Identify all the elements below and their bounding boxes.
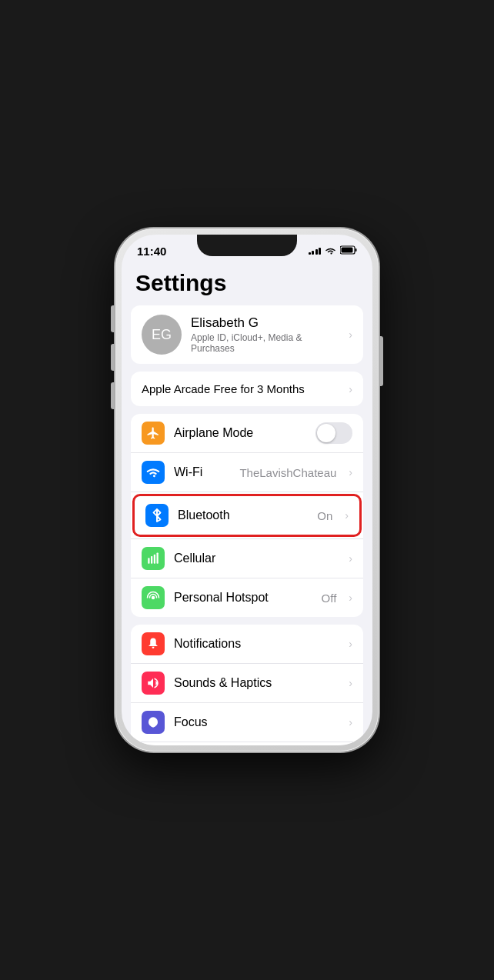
sounds-icon — [142, 672, 165, 695]
svg-rect-8 — [151, 556, 152, 564]
notifications-row[interactable]: Notifications › — [131, 625, 363, 663]
hotspot-label: Personal Hotspot — [174, 591, 312, 605]
cellular-icon — [142, 547, 165, 570]
svg-rect-2 — [342, 248, 353, 253]
svg-point-11 — [152, 596, 155, 600]
notifications-chevron: › — [349, 638, 352, 650]
cellular-chevron: › — [349, 552, 352, 565]
notifications-section[interactable]: Notifications › Sounds & Haptics › — [131, 625, 363, 745]
wifi-chevron: › — [349, 466, 352, 478]
bluetooth-container[interactable]: Bluetooth On › — [131, 492, 363, 537]
cellular-label: Cellular — [174, 552, 339, 565]
arcade-section[interactable]: Apple Arcade Free for 3 Months › — [131, 372, 363, 406]
page-title: Settings — [122, 264, 372, 305]
svg-rect-1 — [355, 248, 357, 252]
cellular-row[interactable]: Cellular › — [131, 538, 363, 578]
airplane-mode-row[interactable]: Airplane Mode — [131, 414, 363, 452]
arcade-label: Apple Arcade Free for 3 Months — [142, 382, 305, 395]
arcade-row[interactable]: Apple Arcade Free for 3 Months › — [131, 372, 363, 406]
phone-screen: 11:40 — [122, 235, 372, 745]
airplane-mode-toggle[interactable] — [315, 422, 352, 444]
bluetooth-label: Bluetooth — [178, 508, 308, 522]
svg-rect-9 — [154, 555, 155, 564]
personal-hotspot-row[interactable]: Personal Hotspot Off › — [131, 578, 363, 617]
profile-row[interactable]: EG Elisabeth G Apple ID, iCloud+, Media … — [131, 305, 363, 364]
hotspot-chevron: › — [349, 592, 352, 604]
wifi-icon — [325, 245, 336, 257]
svg-rect-7 — [148, 558, 149, 564]
profile-info: Elisabeth G Apple ID, iCloud+, Media & P… — [191, 315, 339, 354]
bluetooth-chevron: › — [345, 509, 349, 522]
focus-chevron: › — [349, 716, 352, 728]
avatar: EG — [142, 315, 182, 355]
notch — [197, 235, 297, 256]
bluetooth-icon — [145, 504, 169, 527]
profile-subtitle: Apple ID, iCloud+, Media & Purchases — [191, 332, 339, 354]
notifications-icon — [142, 632, 165, 655]
phone-frame: 11:40 — [115, 228, 379, 752]
hotspot-value: Off — [322, 592, 337, 605]
wifi-value: TheLavishChateau — [239, 466, 336, 479]
bluetooth-value: On — [317, 509, 332, 522]
hotspot-icon — [142, 586, 165, 609]
profile-chevron: › — [349, 328, 352, 341]
wifi-setting-icon — [142, 461, 165, 484]
focus-icon — [142, 711, 165, 734]
signal-icon — [309, 248, 322, 255]
profile-section[interactable]: EG Elisabeth G Apple ID, iCloud+, Media … — [131, 305, 363, 364]
wifi-row[interactable]: Wi-Fi TheLavishChateau › — [131, 452, 363, 492]
status-time: 11:40 — [137, 245, 166, 258]
wifi-label: Wi-Fi — [174, 465, 230, 479]
status-icons — [309, 244, 358, 258]
sounds-haptics-row[interactable]: Sounds & Haptics › — [131, 663, 363, 702]
bluetooth-row[interactable]: Bluetooth On › — [135, 496, 359, 535]
svg-rect-10 — [157, 553, 159, 564]
connectivity-section[interactable]: Airplane Mode Wi-Fi TheL — [131, 414, 363, 617]
sounds-haptics-label: Sounds & Haptics — [174, 676, 339, 690]
screen-time-row[interactable]: Screen Time › — [131, 742, 363, 745]
focus-row[interactable]: Focus › — [131, 702, 363, 742]
airplane-mode-label: Airplane Mode — [174, 426, 306, 440]
focus-label: Focus — [174, 715, 339, 729]
airplane-mode-toggle-knob — [317, 424, 335, 442]
screen-content[interactable]: Settings EG Elisabeth G Apple ID, iCloud… — [122, 261, 372, 745]
notifications-label: Notifications — [174, 637, 339, 651]
arcade-chevron: › — [349, 383, 352, 395]
sounds-chevron: › — [349, 677, 352, 689]
battery-icon — [340, 244, 357, 258]
profile-name: Elisabeth G — [191, 315, 339, 331]
airplane-mode-icon — [142, 422, 165, 445]
